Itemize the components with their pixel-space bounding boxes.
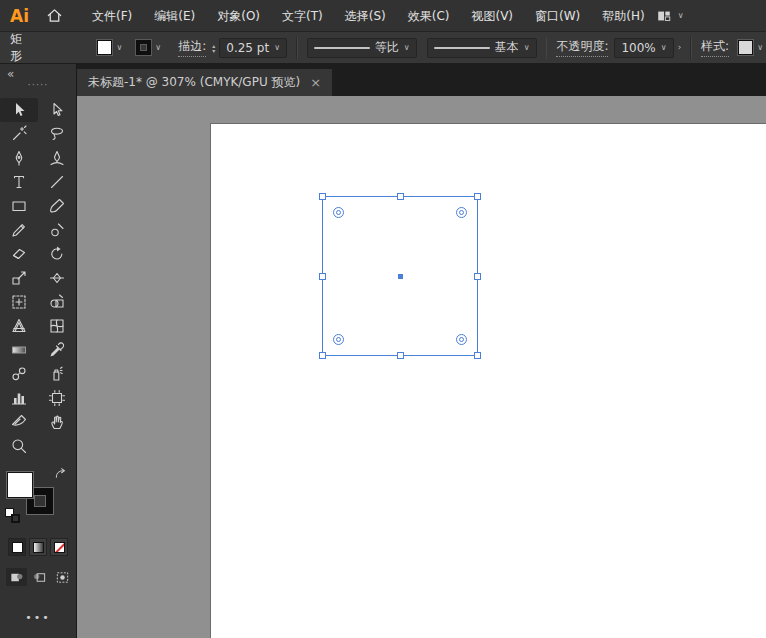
chevron-right-icon[interactable]: › — [678, 43, 682, 52]
chevron-down-icon: ∨ — [274, 44, 280, 52]
chevron-down-icon: ∨ — [116, 44, 122, 52]
color-button[interactable] — [8, 538, 26, 556]
draw-behind-button[interactable] — [29, 568, 50, 586]
eyedropper-tool[interactable] — [38, 338, 76, 362]
slice-tool[interactable] — [0, 410, 38, 434]
paintbrush-tool[interactable] — [38, 194, 76, 218]
selection-handle-middle-right[interactable] — [474, 273, 481, 280]
draw-behind-icon — [32, 570, 47, 585]
zoom-tool[interactable] — [0, 434, 38, 458]
hand-tool[interactable] — [38, 410, 76, 434]
menu-item-7[interactable]: 窗口(W) — [524, 0, 591, 32]
magic-wand-tool-icon — [10, 125, 28, 143]
draw-normal-button[interactable] — [6, 568, 27, 586]
selection-bounding-box[interactable] — [322, 196, 478, 356]
selection-handle-bottom-middle[interactable] — [397, 352, 404, 359]
document-tab[interactable]: 未标题-1* @ 307% (CMYK/GPU 预览) × — [77, 69, 332, 96]
live-corner-widget-bottom-right[interactable] — [456, 334, 467, 345]
stroke-panel-link[interactable]: 描边: — [178, 38, 206, 57]
menu-item-1[interactable]: 编辑(E) — [143, 0, 206, 32]
menu-item-3[interactable]: 文字(T) — [271, 0, 334, 32]
free-transform-tool[interactable] — [0, 290, 38, 314]
variable-width-profile-select[interactable]: 等比 ∨ — [307, 38, 417, 58]
center-point[interactable] — [398, 274, 403, 279]
selection-handle-top-right[interactable] — [474, 193, 481, 200]
magic-wand-tool[interactable] — [0, 122, 38, 146]
selection-handle-top-left[interactable] — [319, 193, 326, 200]
default-fill-stroke-button[interactable] — [5, 508, 20, 523]
line-segment-tool[interactable] — [38, 170, 76, 194]
column-graph-tool[interactable] — [0, 386, 38, 410]
lasso-tool-icon — [48, 125, 66, 143]
shaper-tool[interactable] — [0, 218, 38, 242]
menu-item-2[interactable]: 对象(O) — [206, 0, 271, 32]
direct-selection-tool[interactable] — [38, 98, 76, 122]
fill-color-picker[interactable]: ∨ — [94, 38, 125, 57]
gradient-tool[interactable] — [0, 338, 38, 362]
app-logo[interactable]: Ai — [0, 6, 38, 26]
rotate-tool[interactable] — [38, 242, 76, 266]
tools-panel-header: « ····· — [0, 64, 76, 98]
workspace-icon — [656, 8, 672, 24]
home-button[interactable] — [38, 7, 71, 24]
selection-tool-icon — [10, 101, 28, 119]
stroke-weight-value: 0.25 pt — [226, 41, 269, 55]
rectangle-tool[interactable] — [0, 194, 38, 218]
stroke-weight-select[interactable]: 0.25 pt ∨ — [219, 38, 287, 58]
opacity-select[interactable]: 100% ∨ — [614, 38, 673, 58]
collapse-panel-icon[interactable]: « — [7, 67, 14, 81]
stroke-swatch — [136, 40, 151, 55]
selection-handle-bottom-right[interactable] — [474, 352, 481, 359]
menu-item-6[interactable]: 视图(V) — [460, 0, 524, 32]
menu-item-0[interactable]: 文件(F) — [81, 0, 143, 32]
selection-handle-middle-left[interactable] — [319, 273, 326, 280]
edit-toolbar-button[interactable]: ••• — [0, 611, 76, 624]
none-button[interactable] — [50, 538, 68, 556]
scale-tool-icon — [10, 269, 28, 287]
stroke-color-picker[interactable]: ∨ — [133, 38, 164, 57]
paintbrush-tool-icon — [48, 197, 66, 215]
home-icon — [46, 7, 63, 24]
artboard[interactable] — [210, 123, 766, 638]
graphic-style-picker[interactable]: ∨ — [735, 38, 766, 57]
style-swatch — [738, 40, 753, 55]
direct-selection-tool-icon — [48, 101, 66, 119]
selection-tool[interactable] — [0, 98, 38, 122]
artboard-tool[interactable] — [38, 386, 76, 410]
selection-handle-bottom-left[interactable] — [319, 352, 326, 359]
live-corner-widget-bottom-left[interactable] — [333, 334, 344, 345]
shape-builder-tool[interactable] — [38, 290, 76, 314]
live-corner-widget-top-right[interactable] — [456, 207, 467, 218]
type-tool[interactable] — [0, 170, 38, 194]
eraser-tool[interactable] — [0, 242, 38, 266]
blend-tool[interactable] — [0, 362, 38, 386]
fill-color-well[interactable] — [7, 472, 33, 498]
panel-grip[interactable]: ····· — [0, 81, 76, 89]
menu-item-8[interactable]: 帮助(H) — [591, 0, 655, 32]
symbol-sprayer-tool[interactable] — [38, 362, 76, 386]
menu-item-4[interactable]: 选择(S) — [334, 0, 397, 32]
blob-brush-tool[interactable] — [38, 218, 76, 242]
chevron-down-icon: ∨ — [524, 44, 530, 52]
width-tool[interactable] — [38, 266, 76, 290]
opacity-panel-link[interactable]: 不透明度: — [556, 38, 608, 57]
canvas[interactable] — [77, 96, 766, 638]
style-panel-link[interactable]: 样式: — [701, 38, 729, 57]
mesh-tool[interactable] — [38, 314, 76, 338]
tab-close-icon[interactable]: × — [310, 76, 321, 89]
menu-item-5[interactable]: 效果(C) — [397, 0, 461, 32]
brush-definition-select[interactable]: 基本 ∨ — [427, 38, 537, 58]
swap-fill-stroke-button[interactable] — [54, 465, 67, 484]
scale-tool[interactable] — [0, 266, 38, 290]
pen-tool[interactable] — [0, 146, 38, 170]
draw-inside-button[interactable] — [52, 568, 73, 586]
workspace-switcher[interactable]: ∨ — [656, 8, 684, 24]
lasso-tool[interactable] — [38, 122, 76, 146]
curvature-tool[interactable] — [38, 146, 76, 170]
stroke-weight-stepper[interactable]: ▴ ▾ — [212, 43, 215, 53]
perspective-grid-tool[interactable] — [0, 314, 38, 338]
live-corner-widget-top-left[interactable] — [333, 207, 344, 218]
gradient-button[interactable] — [29, 538, 47, 556]
mesh-tool-icon — [48, 317, 66, 335]
selection-handle-top-middle[interactable] — [397, 193, 404, 200]
